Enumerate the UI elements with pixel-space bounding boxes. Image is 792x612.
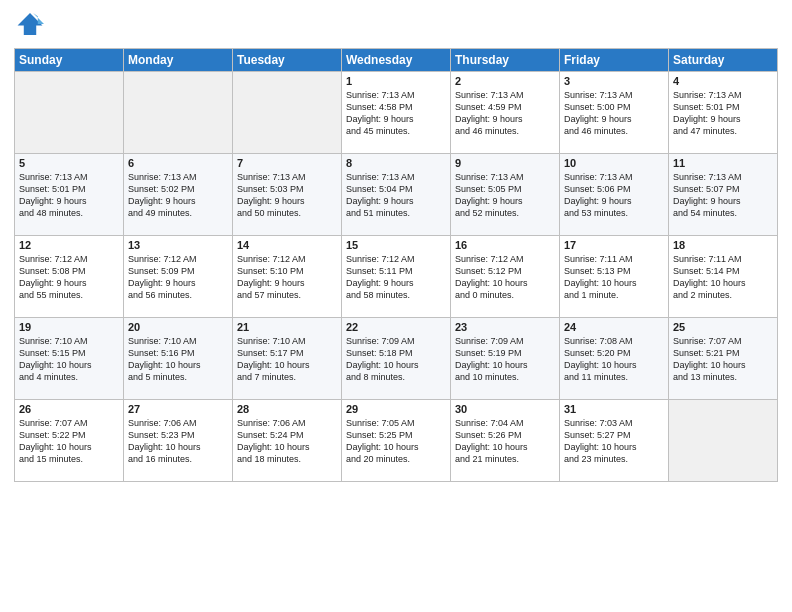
day-info: Sunrise: 7:13 AM Sunset: 5:06 PM Dayligh… [564, 171, 664, 220]
day-number: 20 [128, 321, 228, 333]
day-info: Sunrise: 7:10 AM Sunset: 5:17 PM Dayligh… [237, 335, 337, 384]
day-cell: 1Sunrise: 7:13 AM Sunset: 4:58 PM Daylig… [342, 72, 451, 154]
day-cell [15, 72, 124, 154]
week-row-2: 5Sunrise: 7:13 AM Sunset: 5:01 PM Daylig… [15, 154, 778, 236]
day-info: Sunrise: 7:12 AM Sunset: 5:10 PM Dayligh… [237, 253, 337, 302]
day-info: Sunrise: 7:10 AM Sunset: 5:16 PM Dayligh… [128, 335, 228, 384]
day-number: 19 [19, 321, 119, 333]
day-info: Sunrise: 7:13 AM Sunset: 5:01 PM Dayligh… [673, 89, 773, 138]
day-cell: 12Sunrise: 7:12 AM Sunset: 5:08 PM Dayli… [15, 236, 124, 318]
day-number: 7 [237, 157, 337, 169]
day-number: 2 [455, 75, 555, 87]
day-number: 22 [346, 321, 446, 333]
day-cell: 16Sunrise: 7:12 AM Sunset: 5:12 PM Dayli… [451, 236, 560, 318]
header [14, 10, 778, 42]
day-number: 5 [19, 157, 119, 169]
day-info: Sunrise: 7:13 AM Sunset: 5:01 PM Dayligh… [19, 171, 119, 220]
day-number: 9 [455, 157, 555, 169]
day-info: Sunrise: 7:13 AM Sunset: 5:00 PM Dayligh… [564, 89, 664, 138]
day-info: Sunrise: 7:13 AM Sunset: 5:02 PM Dayligh… [128, 171, 228, 220]
day-info: Sunrise: 7:04 AM Sunset: 5:26 PM Dayligh… [455, 417, 555, 466]
day-cell: 6Sunrise: 7:13 AM Sunset: 5:02 PM Daylig… [124, 154, 233, 236]
day-number: 31 [564, 403, 664, 415]
day-number: 24 [564, 321, 664, 333]
weekday-friday: Friday [560, 49, 669, 72]
day-cell: 20Sunrise: 7:10 AM Sunset: 5:16 PM Dayli… [124, 318, 233, 400]
day-cell: 18Sunrise: 7:11 AM Sunset: 5:14 PM Dayli… [669, 236, 778, 318]
weekday-header-row: SundayMondayTuesdayWednesdayThursdayFrid… [15, 49, 778, 72]
day-cell: 21Sunrise: 7:10 AM Sunset: 5:17 PM Dayli… [233, 318, 342, 400]
day-info: Sunrise: 7:03 AM Sunset: 5:27 PM Dayligh… [564, 417, 664, 466]
day-info: Sunrise: 7:13 AM Sunset: 5:07 PM Dayligh… [673, 171, 773, 220]
day-cell [669, 400, 778, 482]
day-info: Sunrise: 7:09 AM Sunset: 5:19 PM Dayligh… [455, 335, 555, 384]
day-number: 17 [564, 239, 664, 251]
day-cell [233, 72, 342, 154]
weekday-wednesday: Wednesday [342, 49, 451, 72]
day-number: 1 [346, 75, 446, 87]
day-cell: 14Sunrise: 7:12 AM Sunset: 5:10 PM Dayli… [233, 236, 342, 318]
day-number: 13 [128, 239, 228, 251]
day-cell: 7Sunrise: 7:13 AM Sunset: 5:03 PM Daylig… [233, 154, 342, 236]
weekday-sunday: Sunday [15, 49, 124, 72]
day-cell: 25Sunrise: 7:07 AM Sunset: 5:21 PM Dayli… [669, 318, 778, 400]
day-number: 21 [237, 321, 337, 333]
day-number: 10 [564, 157, 664, 169]
day-cell: 22Sunrise: 7:09 AM Sunset: 5:18 PM Dayli… [342, 318, 451, 400]
day-info: Sunrise: 7:05 AM Sunset: 5:25 PM Dayligh… [346, 417, 446, 466]
day-cell [124, 72, 233, 154]
day-info: Sunrise: 7:12 AM Sunset: 5:09 PM Dayligh… [128, 253, 228, 302]
day-number: 3 [564, 75, 664, 87]
day-number: 12 [19, 239, 119, 251]
day-cell: 15Sunrise: 7:12 AM Sunset: 5:11 PM Dayli… [342, 236, 451, 318]
day-number: 27 [128, 403, 228, 415]
day-info: Sunrise: 7:12 AM Sunset: 5:12 PM Dayligh… [455, 253, 555, 302]
day-number: 15 [346, 239, 446, 251]
day-number: 6 [128, 157, 228, 169]
week-row-1: 1Sunrise: 7:13 AM Sunset: 4:58 PM Daylig… [15, 72, 778, 154]
day-info: Sunrise: 7:06 AM Sunset: 5:24 PM Dayligh… [237, 417, 337, 466]
day-cell: 4Sunrise: 7:13 AM Sunset: 5:01 PM Daylig… [669, 72, 778, 154]
day-info: Sunrise: 7:13 AM Sunset: 4:59 PM Dayligh… [455, 89, 555, 138]
day-cell: 3Sunrise: 7:13 AM Sunset: 5:00 PM Daylig… [560, 72, 669, 154]
day-info: Sunrise: 7:11 AM Sunset: 5:13 PM Dayligh… [564, 253, 664, 302]
day-cell: 13Sunrise: 7:12 AM Sunset: 5:09 PM Dayli… [124, 236, 233, 318]
day-cell: 2Sunrise: 7:13 AM Sunset: 4:59 PM Daylig… [451, 72, 560, 154]
day-cell: 9Sunrise: 7:13 AM Sunset: 5:05 PM Daylig… [451, 154, 560, 236]
weekday-thursday: Thursday [451, 49, 560, 72]
logo [14, 10, 44, 42]
day-info: Sunrise: 7:13 AM Sunset: 4:58 PM Dayligh… [346, 89, 446, 138]
day-number: 11 [673, 157, 773, 169]
day-cell: 17Sunrise: 7:11 AM Sunset: 5:13 PM Dayli… [560, 236, 669, 318]
day-cell: 24Sunrise: 7:08 AM Sunset: 5:20 PM Dayli… [560, 318, 669, 400]
day-cell: 8Sunrise: 7:13 AM Sunset: 5:04 PM Daylig… [342, 154, 451, 236]
day-cell: 29Sunrise: 7:05 AM Sunset: 5:25 PM Dayli… [342, 400, 451, 482]
day-number: 4 [673, 75, 773, 87]
day-cell: 28Sunrise: 7:06 AM Sunset: 5:24 PM Dayli… [233, 400, 342, 482]
day-number: 25 [673, 321, 773, 333]
day-cell: 19Sunrise: 7:10 AM Sunset: 5:15 PM Dayli… [15, 318, 124, 400]
day-cell: 31Sunrise: 7:03 AM Sunset: 5:27 PM Dayli… [560, 400, 669, 482]
day-info: Sunrise: 7:07 AM Sunset: 5:22 PM Dayligh… [19, 417, 119, 466]
day-cell: 27Sunrise: 7:06 AM Sunset: 5:23 PM Dayli… [124, 400, 233, 482]
logo-icon [16, 10, 44, 38]
day-number: 8 [346, 157, 446, 169]
day-number: 18 [673, 239, 773, 251]
day-info: Sunrise: 7:13 AM Sunset: 5:03 PM Dayligh… [237, 171, 337, 220]
day-number: 30 [455, 403, 555, 415]
day-info: Sunrise: 7:12 AM Sunset: 5:08 PM Dayligh… [19, 253, 119, 302]
day-cell: 10Sunrise: 7:13 AM Sunset: 5:06 PM Dayli… [560, 154, 669, 236]
day-cell: 11Sunrise: 7:13 AM Sunset: 5:07 PM Dayli… [669, 154, 778, 236]
day-cell: 30Sunrise: 7:04 AM Sunset: 5:26 PM Dayli… [451, 400, 560, 482]
day-info: Sunrise: 7:13 AM Sunset: 5:04 PM Dayligh… [346, 171, 446, 220]
day-number: 16 [455, 239, 555, 251]
day-info: Sunrise: 7:08 AM Sunset: 5:20 PM Dayligh… [564, 335, 664, 384]
day-info: Sunrise: 7:09 AM Sunset: 5:18 PM Dayligh… [346, 335, 446, 384]
day-info: Sunrise: 7:11 AM Sunset: 5:14 PM Dayligh… [673, 253, 773, 302]
week-row-4: 19Sunrise: 7:10 AM Sunset: 5:15 PM Dayli… [15, 318, 778, 400]
day-cell: 5Sunrise: 7:13 AM Sunset: 5:01 PM Daylig… [15, 154, 124, 236]
day-number: 26 [19, 403, 119, 415]
day-info: Sunrise: 7:12 AM Sunset: 5:11 PM Dayligh… [346, 253, 446, 302]
weekday-tuesday: Tuesday [233, 49, 342, 72]
calendar: SundayMondayTuesdayWednesdayThursdayFrid… [14, 48, 778, 482]
